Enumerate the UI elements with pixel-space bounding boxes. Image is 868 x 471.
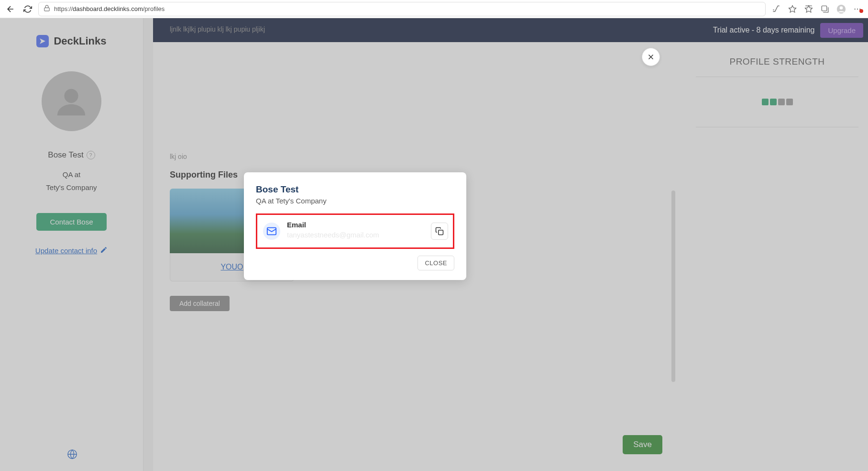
browser-bar: https://dashboard.decklinks.com/profiles… bbox=[0, 0, 868, 18]
modal-role-company: QA at Tety's Company bbox=[256, 197, 454, 205]
email-icon bbox=[263, 223, 280, 240]
svg-rect-0 bbox=[44, 8, 50, 11]
svg-marker-1 bbox=[789, 5, 796, 12]
collections-icon[interactable] bbox=[820, 4, 830, 14]
lock-icon bbox=[44, 5, 50, 13]
email-value: tanyastestneeds@gmail.com bbox=[287, 231, 424, 239]
menu-icon[interactable]: ⋯ bbox=[853, 4, 862, 14]
svg-rect-2 bbox=[822, 6, 827, 11]
profile-icon[interactable] bbox=[836, 4, 846, 14]
refresh-icon[interactable] bbox=[23, 4, 33, 14]
url-bar[interactable]: https://dashboard.decklinks.com/profiles bbox=[38, 2, 766, 16]
back-icon[interactable] bbox=[6, 4, 15, 14]
modal-name: Bose Test bbox=[256, 184, 454, 195]
svg-point-4 bbox=[840, 6, 843, 10]
copy-icon bbox=[435, 227, 444, 236]
browser-nav bbox=[6, 4, 33, 14]
svg-rect-8 bbox=[439, 230, 443, 235]
email-label: Email bbox=[287, 221, 424, 229]
copy-button[interactable] bbox=[431, 223, 448, 240]
modal-close-x-button[interactable] bbox=[642, 48, 660, 66]
read-aloud-icon[interactable] bbox=[771, 4, 781, 14]
close-button[interactable]: CLOSE bbox=[418, 256, 454, 270]
browser-actions: ⋯ bbox=[771, 4, 862, 14]
contact-modal: Bose Test QA at Tety's Company Email tan… bbox=[244, 172, 466, 280]
favorites-bar-icon[interactable] bbox=[804, 4, 813, 14]
email-column: Email tanyastestneeds@gmail.com bbox=[287, 221, 424, 239]
favorite-icon[interactable] bbox=[788, 4, 797, 14]
email-box: Email tanyastestneeds@gmail.com bbox=[256, 213, 454, 249]
app-container: DeckLinks Bose Test ? QA at Tety's Compa… bbox=[0, 18, 868, 471]
url-text: https://dashboard.decklinks.com/profiles bbox=[54, 5, 165, 12]
